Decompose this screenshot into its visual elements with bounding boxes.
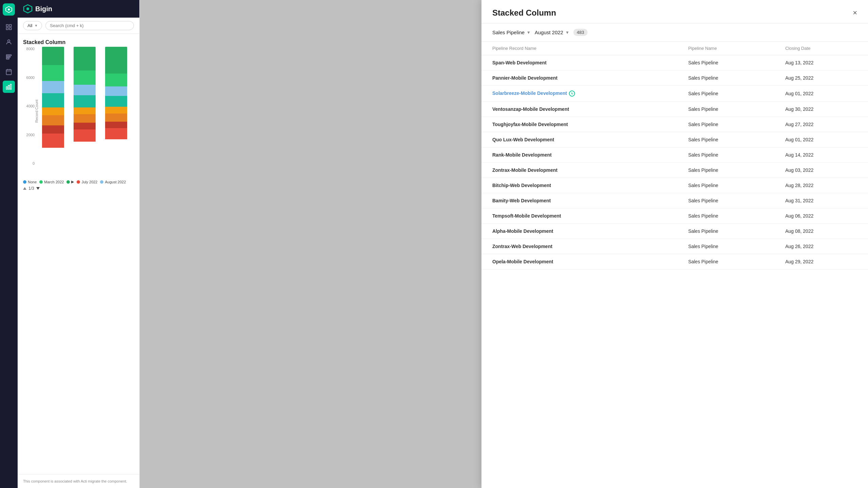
record-name-cell[interactable]: Solarbreeze-Mobile Development↻ [481, 86, 677, 102]
chart-title: Stacked Column [23, 39, 134, 45]
pipeline-filter-label: Sales Pipeline [492, 29, 525, 35]
pipeline-filter[interactable]: Sales Pipeline ▼ [492, 29, 531, 35]
legend-none: None [23, 180, 37, 184]
stacked-bar-2 [74, 47, 96, 142]
legend-march2022: March 2022 [39, 180, 64, 184]
closing-date-cell: Aug 13, 2022 [774, 55, 868, 70]
svg-rect-2 [6, 25, 8, 27]
link-indicator-icon: ↻ [569, 90, 575, 97]
closing-date-cell: Aug 26, 2022 [774, 239, 868, 254]
pipeline-name-cell: Sales Pipeline [677, 55, 774, 70]
bar-seg [74, 107, 96, 114]
pipeline-name-cell: Sales Pipeline [677, 70, 774, 86]
bar-seg [42, 125, 64, 134]
legend-july2022: July 2022 [77, 180, 97, 184]
bar-seg [74, 47, 96, 70]
closing-date-cell: Aug 27, 2022 [774, 117, 868, 132]
records-table-container[interactable]: Pipeline Record Name Pipeline Name Closi… [481, 42, 868, 488]
record-name-cell: Quo Lux-Web Development [481, 132, 677, 147]
bar-seg [105, 96, 127, 107]
pipeline-name-cell: Sales Pipeline [677, 193, 774, 208]
app-title: Bigin [35, 5, 52, 13]
svg-rect-7 [6, 55, 12, 56]
sidebar-activities-icon[interactable] [3, 66, 15, 78]
date-filter-caret-icon: ▼ [565, 30, 569, 35]
pipeline-name-cell: Sales Pipeline [677, 102, 774, 117]
table-row: Span-Web DevelopmentSales PipelineAug 13… [481, 55, 868, 70]
table-row: Zontrax-Web DevelopmentSales PipelineAug… [481, 239, 868, 254]
bar-group-2[interactable] [70, 47, 99, 165]
bar-seg [42, 81, 64, 93]
bar-group-1[interactable] [39, 47, 67, 165]
svg-rect-15 [8, 85, 9, 89]
panel-footer: This component is associated with Acti m… [18, 474, 139, 488]
svg-point-6 [8, 40, 10, 42]
search-input[interactable] [45, 21, 134, 30]
svg-rect-3 [9, 25, 12, 27]
table-row: Zontrax-Mobile DevelopmentSales Pipeline… [481, 163, 868, 178]
svg-point-1 [8, 8, 10, 11]
bar-seg [42, 93, 64, 107]
prev-page-icon[interactable] [23, 187, 26, 190]
svg-rect-10 [6, 69, 12, 75]
svg-rect-4 [6, 28, 8, 30]
stacked-bar-1 [42, 47, 64, 148]
pipeline-name-cell: Sales Pipeline [677, 178, 774, 193]
left-panel: Bigin All ▼ Stacked Column 8000 6000 400… [18, 0, 140, 488]
date-filter[interactable]: August 2022 ▼ [535, 29, 569, 35]
closing-date-cell: Aug 06, 2022 [774, 208, 868, 224]
bars-container [39, 47, 131, 165]
legend-july-dot [77, 180, 80, 184]
pipeline-name-cell: Sales Pipeline [677, 132, 774, 147]
table-row: Rank-Mobile DevelopmentSales PipelineAug… [481, 147, 868, 163]
svg-rect-9 [6, 58, 9, 59]
record-name-cell: Bamity-Web Development [481, 193, 677, 208]
svg-rect-14 [6, 87, 7, 89]
bar-seg [105, 74, 127, 86]
bar-seg [42, 47, 64, 65]
record-name-cell: Rank-Mobile Development [481, 147, 677, 163]
sidebar-pipeline-icon[interactable] [3, 51, 15, 63]
bar-seg [105, 47, 127, 74]
table-row: Alpha-Mobile DevelopmentSales PipelineAu… [481, 224, 868, 239]
closing-date-cell: Aug 14, 2022 [774, 147, 868, 163]
bar-seg [105, 114, 127, 122]
record-name-link[interactable]: Solarbreeze-Mobile Development [492, 90, 567, 96]
filter-all-button[interactable]: All ▼ [23, 21, 42, 30]
bar-seg [105, 86, 127, 96]
bar-group-3[interactable] [102, 47, 131, 165]
col-header-closing-date: Closing Date [774, 42, 868, 55]
bar-seg [74, 70, 96, 85]
bar-seg [42, 134, 64, 148]
sidebar-contacts-icon[interactable] [3, 36, 15, 48]
pipeline-name-cell: Sales Pipeline [677, 163, 774, 178]
table-header-row: Pipeline Record Name Pipeline Name Closi… [481, 42, 868, 55]
bar-seg [74, 95, 96, 107]
date-filter-label: August 2022 [535, 29, 563, 35]
svg-rect-5 [9, 28, 12, 30]
sidebar-home-icon[interactable] [3, 21, 15, 33]
app-logo[interactable] [3, 3, 15, 16]
legend-august2022: August 2022 [100, 180, 126, 184]
record-name-cell: Zontrax-Mobile Development [481, 163, 677, 178]
table-row: Bitchip-Web DevelopmentSales PipelineAug… [481, 178, 868, 193]
legend-august-dot [100, 180, 103, 184]
app-header: Bigin [18, 0, 139, 18]
record-name-cell: Tempsoft-Mobile Development [481, 208, 677, 224]
pipeline-name-cell: Sales Pipeline [677, 254, 774, 269]
pipeline-name-cell: Sales Pipeline [677, 224, 774, 239]
record-name-cell: Pannier-Mobile Development [481, 70, 677, 86]
chart-pagination: 1/3 [23, 186, 134, 191]
record-name-cell: Span-Web Development [481, 55, 677, 70]
record-name-cell: Zontrax-Web Development [481, 239, 677, 254]
next-page-icon[interactable] [36, 187, 40, 190]
table-row: Quo Lux-Web DevelopmentSales PipelineAug… [481, 132, 868, 147]
close-button[interactable]: × [853, 9, 857, 17]
bar-seg [105, 122, 127, 128]
records-table: Pipeline Record Name Pipeline Name Closi… [481, 42, 868, 269]
top-bar: All ▼ [18, 18, 139, 34]
sidebar-reports-icon[interactable] [3, 81, 15, 93]
bar-seg [74, 85, 96, 95]
bar-seg [42, 107, 64, 116]
filter-arrow-icon: ▼ [34, 24, 38, 27]
